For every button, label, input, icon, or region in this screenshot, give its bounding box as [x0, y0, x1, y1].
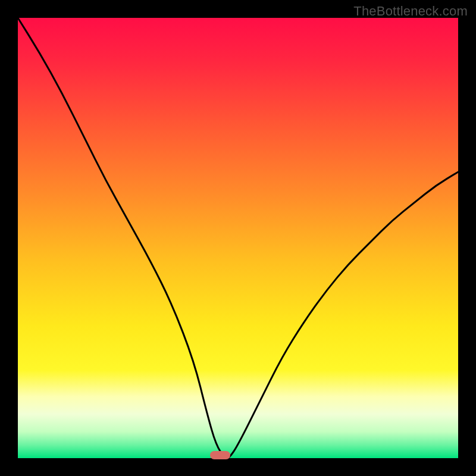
plot-area	[18, 18, 458, 458]
optimal-point-marker	[210, 451, 230, 459]
watermark-text: TheBottleneck.com	[353, 4, 468, 19]
chart-frame: TheBottleneck.com	[0, 0, 476, 476]
bottleneck-curve	[18, 18, 458, 458]
